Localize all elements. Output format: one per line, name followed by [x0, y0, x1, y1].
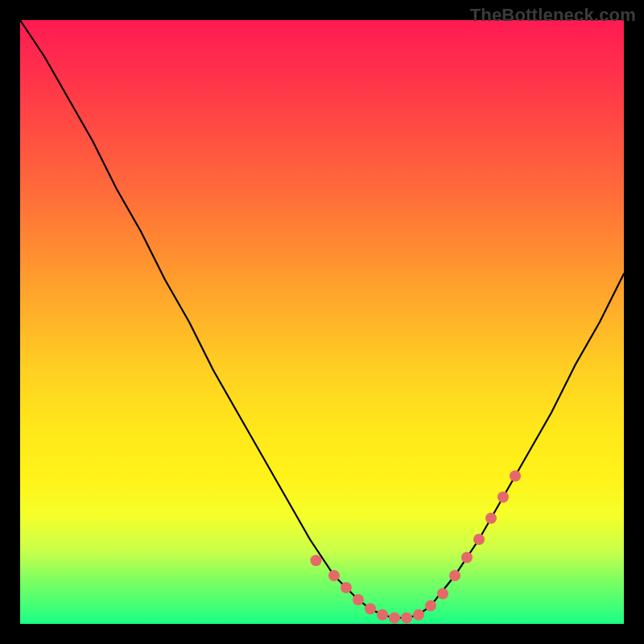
highlight-dot [497, 492, 509, 503]
highlight-dot [461, 552, 473, 564]
chart-svg [20, 20, 624, 624]
highlight-dot [413, 609, 424, 621]
highlight-dot [401, 613, 412, 624]
highlight-dot [485, 513, 497, 524]
highlight-dot [425, 601, 436, 612]
highlight-dot [437, 588, 448, 600]
highlight-dot [365, 603, 376, 614]
highlight-dot [353, 594, 364, 605]
highlight-dot [328, 570, 340, 581]
highlight-dots-group [311, 470, 522, 623]
highlight-dot [341, 582, 352, 593]
highlight-dot [449, 570, 460, 581]
highlight-dot [311, 555, 322, 566]
highlight-dot [473, 534, 485, 545]
highlight-dot [510, 470, 521, 481]
highlight-dot [377, 609, 388, 621]
highlight-dot [389, 613, 400, 624]
bottleneck-curve [20, 20, 624, 618]
